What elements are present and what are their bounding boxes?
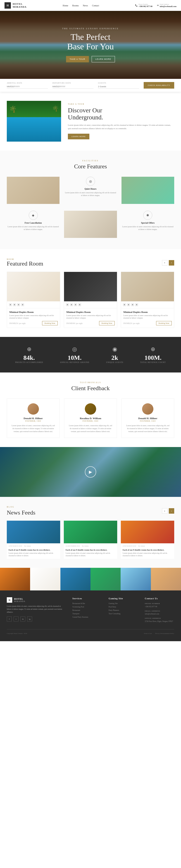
news-img-3 [121, 521, 174, 543]
gallery-item-3 [61, 568, 90, 590]
hero-section: THE ULTIMATE LUXURY EXPERIENCE The Perfe… [0, 11, 181, 79]
check-availability-button[interactable]: CHECK AVAILABILITY [144, 82, 174, 89]
room-info-3: Minimal Duplex Room Lorem ipsum dolor si… [121, 308, 174, 328]
room-header: ROOM Featured Room ‹ › [7, 258, 174, 267]
news-author-2: By Admin [82, 545, 89, 547]
nav-news[interactable]: News [83, 4, 88, 7]
event-3: Party Planners [109, 609, 138, 611]
news-card-3: 23TH MARCH 2019 By Admin Each of our 8 d… [121, 521, 174, 559]
learn-more-button[interactable]: LEARN MORE [92, 56, 115, 62]
privacy-link[interactable]: Privacy Environmental Policy [155, 632, 174, 634]
avatar-2 [85, 403, 96, 415]
departure-input[interactable] [52, 85, 94, 89]
footer-services-list: Restaurant & Bar Swimming Pool Restauran… [72, 602, 102, 618]
feature-item-4: ◈ Free Cancellation Lorem ipsum dolor si… [7, 211, 60, 240]
features-section: FACILITIES Core Features ◎ Quiet Hours L… [0, 151, 181, 249]
room-amenities-1: ⊕ ⊗ ⊕ ⊕ [7, 301, 60, 308]
stat-2: ◎ 10M. Annual Revenue Around [60, 346, 89, 364]
rooms-grid: ⊕ ⊗ ⊕ ⊕ Minimal Duplex Room Lorem ipsum … [7, 272, 174, 328]
amenity-bath-2: ⊕ [78, 303, 81, 306]
feature-item-5 [64, 211, 117, 240]
footer-brand-col: H HOTEL MIRANDA Lorem ipsum dolor sit am… [7, 597, 66, 625]
avatar-3 [142, 403, 153, 415]
news-next-button[interactable]: › [169, 508, 174, 514]
service-2: Swimming Pool [72, 606, 102, 608]
footer-phone: Phone Number +506 052 877 00 [145, 602, 174, 608]
book-room-2-button[interactable]: Booking Now [99, 321, 115, 326]
take-tour-button[interactable]: TAKE A TOUR [66, 56, 89, 62]
amenity-ac-2: ⊗ [70, 303, 73, 306]
gallery-item-6 [151, 568, 181, 590]
news-prev-button[interactable]: ‹ [162, 508, 168, 514]
feature-icon-offers: ❋ [143, 211, 152, 220]
social-instagram[interactable]: ig [27, 617, 32, 621]
nav-contact[interactable]: Contact [92, 4, 99, 7]
book-room-1-button[interactable]: Booking Now [42, 321, 58, 326]
stat-3: ◉ 2k Unique Guests [106, 346, 123, 364]
amenity-tv-3: ⊕ [131, 303, 134, 306]
guests-field: Guests [98, 82, 139, 89]
event-4: Tour Consulting [109, 613, 138, 615]
room-card-2: ⊕ ⊗ ⊕ ⊕ Minimal Duplex Room Lorem ipsum … [64, 272, 117, 328]
book-room-3-button[interactable]: Booking Now [156, 321, 172, 326]
hero-title: The Perfect Base For You [62, 32, 119, 52]
testimonial-1: Donald H. Hillner FOUNDER, CEO Lorem ips… [7, 399, 60, 438]
social-facebook[interactable]: f [7, 617, 12, 621]
feature-item-6: ❋ Special Offers Lorem ipsum dolor sit a… [121, 211, 174, 240]
stats-section: ⊕ 84k. Projects Accomplished ◎ 10M. Annu… [0, 337, 181, 372]
event-1: Gaming Site [109, 602, 138, 604]
stat-icon-3: ◉ [106, 346, 123, 352]
discover-learn-button[interactable]: LEARN MORE [68, 134, 89, 140]
features-grid: ◎ Quiet Hours Lorem ipsum dolor sit amet… [7, 177, 174, 206]
hero-buttons: TAKE A TOUR LEARN MORE [62, 56, 119, 62]
service-4: Transport [72, 613, 102, 615]
service-5: Carnal Party Sessions [72, 616, 102, 618]
footer: H HOTEL MIRANDA Lorem ipsum dolor sit am… [0, 590, 181, 641]
gallery-play-icon[interactable]: ▶ [85, 466, 96, 477]
feature-icon-quiet: ◎ [86, 177, 95, 186]
discover-title: Discover Our Underground. [68, 107, 174, 121]
nav-logo[interactable]: H HOTEL MIRANDA [4, 2, 27, 9]
stat-4: ⊕ 100M. Total Revenue Count [140, 346, 166, 364]
room-next-button[interactable]: › [169, 260, 174, 266]
nav-rooms[interactable]: Rooms [72, 4, 79, 7]
nav-contact: 📞 Phone Number +506 062 877 00 ✉ Email A… [135, 3, 177, 7]
room-img-1 [7, 272, 60, 301]
terms-link[interactable]: Terms of use [144, 632, 152, 634]
palm-icon: 🌴 [9, 105, 17, 113]
palm-icon-2: 🌴 [52, 105, 59, 112]
feature-icon-cancel: ◈ [29, 211, 38, 220]
footer-email: Email Address info@webmail.com [145, 610, 174, 616]
stat-icon-2: ◎ [60, 346, 89, 352]
news-author-1: By Admin [25, 545, 31, 547]
amenity-wifi-3: ⊕ [123, 303, 126, 306]
social-twitter[interactable]: t [13, 617, 19, 621]
feature-img-hotel [64, 211, 117, 238]
news-navigation: ‹ › [162, 508, 174, 514]
news-date-1: 23TH MARCH 2019 [9, 545, 22, 547]
gallery-item-1 [0, 568, 30, 590]
footer-contact-col: Contact Us Phone Number +506 052 877 00 … [145, 597, 174, 625]
footer-top: H HOTEL MIRANDA Lorem ipsum dolor sit am… [7, 597, 174, 625]
testimonials-section: TESTIMONIALS Client Feedback Donald H. H… [0, 372, 181, 447]
footer-logo-box: H [7, 597, 12, 603]
room-amenities-3: ⊕ ⊗ ⊕ ⊕ [121, 301, 174, 308]
room-prev-button[interactable]: ‹ [162, 260, 168, 266]
feature-item-1 [7, 177, 60, 206]
news-img-1 [7, 521, 60, 543]
news-date-3: 23TH MARCH 2019 [122, 545, 136, 547]
testimonial-3: Donald H. Hillner FOUNDER, CEO Lorem ips… [121, 399, 174, 438]
service-1: Restaurant & Bar [72, 602, 102, 604]
feature-img-stairs [7, 177, 60, 204]
news-section: BLOG News Feeds ‹ › 23TH MARCH 2019 By A… [0, 497, 181, 568]
footer-gallery [0, 568, 181, 590]
testimonial-2: Rosalina D. William FOUNDER, CEO Lorem i… [64, 399, 117, 438]
arrival-input[interactable] [7, 85, 48, 89]
amenity-wifi: ⊕ [9, 303, 12, 306]
news-header: BLOG News Feeds ‹ › [7, 506, 174, 516]
nav-home[interactable]: Home [63, 4, 68, 7]
social-linkedin[interactable]: in [21, 617, 25, 621]
arrival-field: Arrival Date [7, 82, 48, 89]
stat-icon-1: ⊕ [15, 346, 43, 352]
guests-input[interactable] [98, 85, 139, 89]
